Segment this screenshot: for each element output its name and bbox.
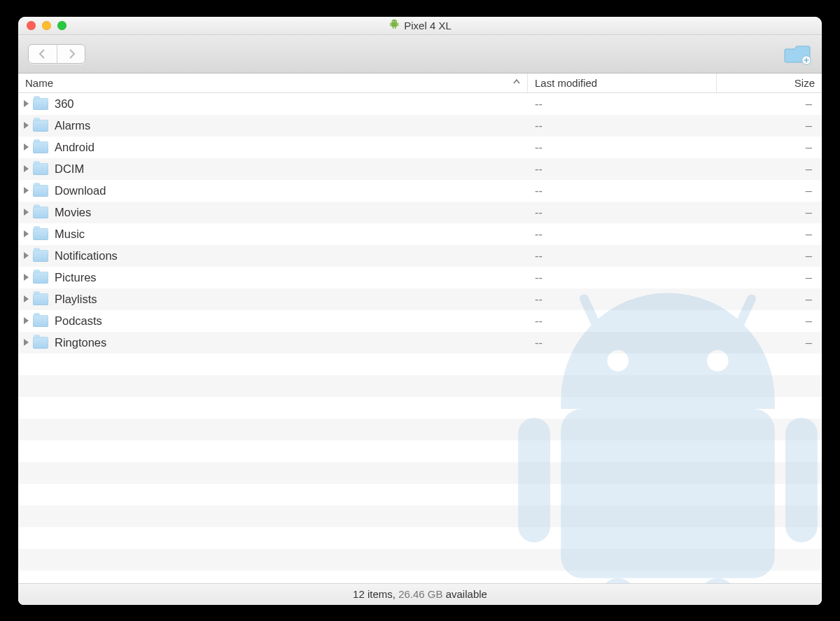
file-size: –: [806, 293, 812, 306]
file-modified: --: [535, 206, 542, 219]
svg-rect-3: [393, 27, 393, 29]
file-modified: --: [535, 97, 542, 111]
window-title-wrap: Pixel 4 XL: [388, 19, 451, 32]
file-name: Movies: [55, 206, 91, 219]
table-row[interactable]: Movies--–: [18, 202, 822, 223]
disclosure-triangle-icon[interactable]: [24, 165, 29, 172]
empty-row: [18, 462, 822, 484]
file-size: –: [806, 314, 812, 328]
folder-icon: [33, 272, 48, 284]
file-name: Podcasts: [55, 314, 102, 328]
traffic-lights: [27, 21, 66, 30]
file-size: –: [806, 206, 812, 219]
empty-row: [18, 505, 822, 527]
folder-icon: [33, 98, 48, 110]
window-title: Pixel 4 XL: [404, 20, 451, 32]
folder-icon: [33, 337, 48, 349]
file-size: –: [806, 119, 812, 132]
folder-icon: [33, 315, 48, 327]
svg-point-6: [395, 21, 396, 22]
close-button[interactable]: [27, 21, 36, 30]
file-name: Music: [55, 228, 85, 241]
new-folder-button[interactable]: [784, 43, 812, 65]
file-name: Ringtones: [55, 336, 106, 349]
folder-icon: [33, 141, 48, 153]
table-row[interactable]: Ringtones--–: [18, 332, 822, 354]
empty-row: [18, 549, 822, 571]
file-name: Notifications: [55, 249, 118, 263]
file-modified: --: [535, 162, 542, 176]
svg-rect-0: [391, 22, 397, 27]
disclosure-triangle-icon[interactable]: [24, 100, 29, 107]
forward-button[interactable]: [57, 45, 85, 63]
file-name: Playlists: [55, 293, 97, 306]
file-size: –: [806, 228, 812, 241]
disclosure-triangle-icon[interactable]: [24, 144, 29, 151]
disclosure-triangle-icon[interactable]: [24, 274, 29, 281]
nav-segmented: [28, 44, 85, 64]
file-modified: --: [535, 314, 542, 328]
disclosure-triangle-icon[interactable]: [24, 339, 29, 346]
empty-row: [18, 440, 822, 462]
folder-icon: [33, 250, 48, 262]
table-row[interactable]: Notifications--–: [18, 245, 822, 267]
chevron-right-icon: [67, 49, 76, 59]
column-header-modified[interactable]: Last modified: [528, 74, 717, 92]
table-row[interactable]: Download--–: [18, 180, 822, 202]
file-modified: --: [535, 293, 542, 306]
new-folder-icon: [784, 43, 812, 65]
disclosure-triangle-icon[interactable]: [24, 230, 29, 237]
disclosure-triangle-icon[interactable]: [24, 209, 29, 216]
column-header-size-label: Size: [794, 77, 815, 89]
file-name: Alarms: [55, 119, 90, 132]
table-row[interactable]: Podcasts--–: [18, 310, 822, 332]
svg-rect-1: [390, 23, 391, 27]
column-header-row: Name Last modified Size: [18, 74, 822, 93]
file-modified: --: [535, 336, 542, 349]
table-row[interactable]: Alarms--–: [18, 115, 822, 137]
file-size: –: [806, 249, 812, 263]
table-row[interactable]: DCIM--–: [18, 158, 822, 180]
file-modified: --: [535, 141, 542, 154]
file-size: –: [806, 162, 812, 176]
disclosure-triangle-icon[interactable]: [24, 122, 29, 129]
svg-point-5: [393, 21, 393, 22]
file-name: Android: [55, 141, 94, 154]
zoom-button[interactable]: [57, 21, 66, 30]
empty-row: [18, 375, 822, 397]
minimize-button[interactable]: [42, 21, 51, 30]
table-row[interactable]: Android--–: [18, 137, 822, 158]
file-name: 360: [55, 97, 74, 111]
file-modified: --: [535, 271, 542, 284]
table-row[interactable]: Music--–: [18, 223, 822, 245]
folder-icon: [33, 120, 48, 132]
disclosure-triangle-icon[interactable]: [24, 187, 29, 194]
file-name: Pictures: [55, 271, 97, 284]
file-size: –: [806, 97, 812, 111]
column-header-name[interactable]: Name: [18, 74, 528, 92]
disclosure-triangle-icon[interactable]: [24, 295, 29, 302]
empty-row: [18, 397, 822, 419]
table-row[interactable]: 360--–: [18, 93, 822, 115]
file-name: Download: [55, 184, 106, 197]
empty-row: [18, 527, 822, 549]
folder-icon: [33, 163, 48, 175]
disclosure-triangle-icon[interactable]: [24, 252, 29, 259]
status-free-space-value: 26.46 GB: [398, 588, 442, 600]
column-header-size[interactable]: Size: [717, 74, 822, 92]
back-button[interactable]: [29, 45, 57, 63]
status-item-count: 12 items,: [353, 588, 396, 600]
folder-icon: [33, 293, 48, 305]
table-row[interactable]: Playlists--–: [18, 288, 822, 310]
table-row[interactable]: Pictures--–: [18, 267, 822, 288]
empty-row: [18, 354, 822, 375]
file-name: DCIM: [55, 162, 84, 176]
toolbar: [18, 35, 822, 74]
empty-row: [18, 571, 822, 583]
app-window: Pixel 4 XL Name: [18, 17, 822, 605]
status-bar: 12 items, 26.46 GB available: [18, 583, 822, 604]
folder-icon: [33, 185, 48, 197]
file-modified: --: [535, 184, 542, 197]
folder-icon: [33, 228, 48, 240]
disclosure-triangle-icon[interactable]: [24, 317, 29, 324]
